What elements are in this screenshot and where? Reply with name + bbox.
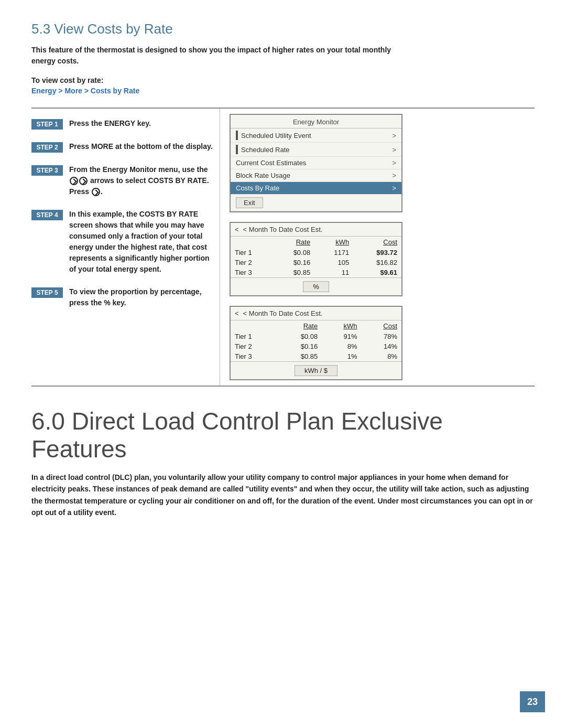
tier-3-rate: $0.85 bbox=[273, 267, 314, 277]
tier-3-rate-2: $0.85 bbox=[276, 351, 322, 361]
cost-table-1-data: Rate kWh Cost Tier 1 $0.08 1171 $93.72 T… bbox=[231, 237, 401, 277]
col-tier-2 bbox=[231, 320, 276, 331]
tier-3-label: Tier 3 bbox=[231, 267, 273, 277]
chevron-scheduled-rate: > bbox=[392, 146, 396, 154]
tier-1-label: Tier 1 bbox=[231, 248, 273, 258]
menu-item-utility-event-label: Scheduled Utility Event bbox=[241, 132, 311, 140]
col-kwh: kWh bbox=[314, 237, 353, 248]
menu-item-utility-event: Scheduled Utility Event > bbox=[231, 129, 401, 143]
nav-path: Energy > More > Costs by Rate bbox=[31, 87, 535, 95]
tier-2-rate: $0.16 bbox=[273, 258, 314, 267]
device-column: Energy Monitor Scheduled Utility Event >… bbox=[220, 109, 535, 386]
tier-2-cost: $16.82 bbox=[353, 258, 401, 267]
cost-table-2-header: < < Month To Date Cost Est. bbox=[231, 307, 401, 320]
tier-2-label-2: Tier 2 bbox=[231, 341, 276, 351]
cost-table-1: < < Month To Date Cost Est. Rate kWh Cos… bbox=[230, 222, 402, 296]
chevron-costs-by-rate: > bbox=[392, 184, 396, 192]
step-1-row: STEP 1 Press the ENERGY key. bbox=[31, 118, 214, 130]
table-row: Tier 3 $0.85 11 $9.61 bbox=[231, 267, 401, 277]
chevron-block-rate: > bbox=[392, 172, 396, 179]
tier-2-rate-2: $0.16 bbox=[276, 341, 322, 351]
menu-item-current-cost-left: Current Cost Estimates bbox=[236, 159, 306, 167]
chevron-utility-event: > bbox=[392, 132, 396, 140]
step-4-row: STEP 4 In this example, the COSTS BY RAT… bbox=[31, 209, 214, 275]
col-tier bbox=[231, 237, 273, 248]
cost-2-header-label: < Month To Date Cost Est. bbox=[243, 309, 323, 317]
cost-table-2-header-row: Rate kWh Cost bbox=[231, 320, 401, 331]
tier-3-cost: $9.61 bbox=[353, 267, 401, 277]
col-cost-2: Cost bbox=[361, 320, 401, 331]
tier-3-kwh-2: 1% bbox=[322, 351, 361, 361]
table-row: Tier 3 $0.85 1% 8% bbox=[231, 351, 401, 361]
tier-2-cost-2: 14% bbox=[361, 341, 401, 351]
step-4-badge: STEP 4 bbox=[31, 210, 63, 220]
menu-screen-title: Energy Monitor bbox=[231, 115, 401, 129]
tier-1-label-2: Tier 1 bbox=[231, 331, 276, 341]
step-2-text: Press MORE at the bottom of the display. bbox=[69, 141, 213, 152]
step-3-row: STEP 3 From the Energy Monitor menu, use… bbox=[31, 164, 214, 197]
down-arrow-icon bbox=[79, 177, 88, 185]
section-60-title: 6.0 Direct Load Control Plan Exclusive F… bbox=[31, 408, 535, 463]
menu-item-current-cost-label: Current Cost Estimates bbox=[236, 159, 306, 167]
kwh-dollar-button[interactable]: kWh / $ bbox=[295, 365, 338, 376]
tier-1-kwh: 1171 bbox=[314, 248, 353, 258]
menu-item-block-rate-label: Block Rate Usage bbox=[236, 172, 290, 179]
tier-3-label-2: Tier 3 bbox=[231, 351, 276, 361]
step-2-badge: STEP 2 bbox=[31, 142, 63, 153]
step-3-text: From the Energy Monitor menu, use the ar… bbox=[69, 164, 214, 197]
tier-2-kwh: 105 bbox=[314, 258, 353, 267]
section-53-intro: This feature of the thermostat is design… bbox=[31, 45, 398, 67]
tier-2-kwh-2: 8% bbox=[322, 341, 361, 351]
cost-table-1-footer: % bbox=[231, 277, 401, 295]
tier-3-kwh: 11 bbox=[314, 267, 353, 277]
cost-table-1-header-row: Rate kWh Cost bbox=[231, 237, 401, 248]
menu-item-block-rate: Block Rate Usage > bbox=[231, 169, 401, 182]
cost-table-2: < < Month To Date Cost Est. Rate kWh Cos… bbox=[230, 306, 402, 380]
col-rate: Rate bbox=[273, 237, 314, 248]
percent-button[interactable]: % bbox=[303, 281, 329, 292]
menu-item-current-cost: Current Cost Estimates > bbox=[231, 157, 401, 169]
exit-button[interactable]: Exit bbox=[236, 197, 263, 208]
cost-1-header-label: < Month To Date Cost Est. bbox=[243, 226, 323, 233]
exit-row: Exit bbox=[231, 195, 401, 211]
col-rate-2: Rate bbox=[276, 320, 322, 331]
tier-3-cost-2: 8% bbox=[361, 351, 401, 361]
section-53-title: 5.3 View Costs by Rate bbox=[31, 21, 535, 37]
step-2-row: STEP 2 Press MORE at the bottom of the d… bbox=[31, 141, 214, 153]
col-kwh-2: kWh bbox=[322, 320, 361, 331]
menu-item-block-rate-left: Block Rate Usage bbox=[236, 172, 290, 179]
cost-1-back-chevron: < bbox=[235, 226, 239, 233]
tier-2-label: Tier 2 bbox=[231, 258, 273, 267]
step-5-text: To view the proportion by percentage, pr… bbox=[69, 286, 214, 308]
menu-item-costs-by-rate-label: Costs By Rate bbox=[236, 184, 279, 192]
menu-item-costs-by-rate-left: Costs By Rate bbox=[236, 184, 279, 192]
chevron-current-cost: > bbox=[392, 159, 396, 167]
section-60-body: In a direct load control (DLC) plan, you… bbox=[31, 472, 535, 519]
menu-item-scheduled-rate-label: Scheduled Rate bbox=[241, 146, 290, 154]
select-icon bbox=[92, 188, 100, 196]
tier-1-rate: $0.08 bbox=[273, 248, 314, 258]
table-row: Tier 1 $0.08 1171 $93.72 bbox=[231, 248, 401, 258]
menu-item-costs-by-rate: Costs By Rate > bbox=[231, 182, 401, 195]
tier-1-kwh-2: 91% bbox=[322, 331, 361, 341]
cost-2-back-chevron: < bbox=[235, 309, 239, 317]
tier-1-cost-2: 78% bbox=[361, 331, 401, 341]
tier-1-cost: $93.72 bbox=[353, 248, 401, 258]
cost-table-1-header: < < Month To Date Cost Est. bbox=[231, 223, 401, 237]
steps-column: STEP 1 Press the ENERGY key. STEP 2 Pres… bbox=[31, 109, 220, 386]
menu-item-scheduled-rate: Scheduled Rate > bbox=[231, 143, 401, 157]
nav-label: To view cost by rate: bbox=[31, 76, 535, 84]
tick-utility-event bbox=[236, 131, 238, 140]
thermostat-menu-screen: Energy Monitor Scheduled Utility Event >… bbox=[230, 114, 402, 212]
step-5-row: STEP 5 To view the proportion by percent… bbox=[31, 286, 214, 308]
step-1-badge: STEP 1 bbox=[31, 119, 63, 130]
col-cost: Cost bbox=[353, 237, 401, 248]
step-3-badge: STEP 3 bbox=[31, 165, 63, 176]
tick-scheduled-rate bbox=[236, 145, 238, 154]
tier-1-rate-2: $0.08 bbox=[276, 331, 322, 341]
step-5-badge: STEP 5 bbox=[31, 287, 63, 298]
step-4-text: In this example, the COSTS BY RATE scree… bbox=[69, 209, 214, 275]
table-row: Tier 2 $0.16 8% 14% bbox=[231, 341, 401, 351]
page-number-badge: 23 bbox=[520, 691, 545, 712]
cost-table-2-footer: kWh / $ bbox=[231, 361, 401, 379]
